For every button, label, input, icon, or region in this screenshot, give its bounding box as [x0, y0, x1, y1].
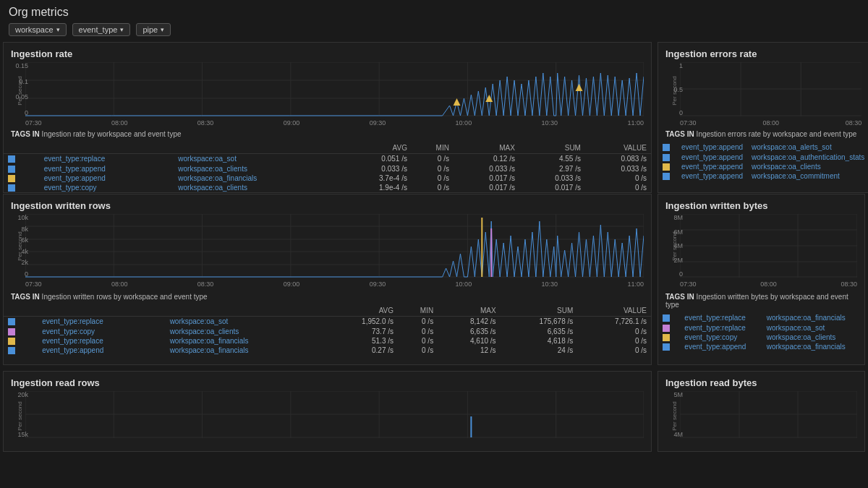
x-tick: 08:30 [846, 119, 862, 127]
legend-row: event_type:append workspace:oa_financial… [4, 346, 651, 355]
legend-row: event_type:copy workspace:oa_clients 73.… [4, 326, 651, 335]
y-axis-label: Per second [17, 401, 23, 430]
legend-row: event_type:copy workspace:oa_clients 1.9… [4, 183, 651, 192]
legend-row: event_type:append workspace:oa_clients 0… [4, 163, 651, 173]
y-tick: 0.15 [8, 62, 28, 69]
tags-header: TAGS IN Ingestion rate by workspace and … [4, 127, 651, 140]
x-tick: 08:00 [760, 281, 777, 288]
filter-bar: workspace event_type pipe [9, 23, 859, 36]
row2: Ingestion written rows 10k 8k 6k 4k 2k 0… [0, 191, 868, 368]
legend-row: event_type:copy workspace:oa_clients [658, 333, 864, 342]
event-type-filter[interactable]: event_type [72, 23, 131, 36]
workspace-filter[interactable]: workspace [9, 23, 67, 36]
color-swatch [663, 325, 670, 332]
x-tick: 07:30 [680, 281, 697, 288]
legend-row: event_type:replace workspace:oa_financia… [658, 313, 864, 322]
y-tick: 8M [663, 214, 683, 221]
ingestion-rate-panel: Ingestion rate 0.15 0.1 0.05 0 Per secon… [3, 42, 652, 193]
tags-header-written-bytes: TAGS IN Ingestion written bytes by works… [658, 290, 864, 310]
ingestion-written-rows-chart [25, 214, 644, 278]
color-swatch [663, 154, 670, 161]
ingestion-read-bytes-panel: Ingestion read bytes 5M 4M Per second [658, 371, 865, 452]
color-swatch [8, 338, 15, 345]
x-tick: 08:00 [111, 119, 128, 127]
y-axis-label: Per second [17, 76, 23, 105]
color-swatch [663, 314, 670, 322]
row1: Ingestion rate 0.15 0.1 0.05 0 Per secon… [0, 39, 868, 191]
svg-marker-12 [454, 98, 461, 106]
ingestion-rate-title: Ingestion rate [4, 48, 651, 62]
y-tick: 5M [663, 391, 683, 398]
ingestion-written-bytes-panel: Ingestion written bytes 8M 6M 4M 2M 0 Pe… [658, 194, 865, 365]
x-tick: 11:00 [627, 281, 644, 288]
y-tick: 0 [8, 109, 28, 116]
y-tick: 0 [663, 270, 683, 278]
color-swatch [8, 328, 15, 335]
y-tick: 4M [663, 431, 683, 438]
x-tick: 10:30 [542, 119, 558, 127]
x-tick: 10:00 [456, 119, 472, 127]
color-swatch [663, 173, 670, 180]
color-swatch [8, 155, 15, 163]
color-swatch [8, 184, 15, 192]
ingestion-written-rows-legend: AVG MIN MAX SUM VALUE event_type:replace… [4, 305, 651, 355]
x-tick: 08:30 [197, 281, 214, 288]
y-axis-label: Per second [17, 231, 23, 260]
color-swatch [8, 318, 15, 325]
ingestion-read-bytes-title: Ingestion read bytes [658, 377, 864, 391]
x-tick: 09:00 [284, 119, 300, 127]
ingestion-written-bytes-legend: event_type:replace workspace:oa_financia… [658, 313, 864, 351]
color-swatch [8, 347, 15, 354]
x-tick: 07:30 [680, 119, 697, 127]
svg-marker-14 [576, 84, 583, 91]
ingestion-rate-chart [25, 62, 644, 116]
color-swatch [663, 334, 670, 341]
x-tick: 07:30 [25, 119, 42, 127]
x-tick: 08:00 [762, 119, 779, 127]
legend-row: event_type:append workspace:oa_authentic… [658, 152, 868, 161]
legend-row: event_type:append workspace:oa_financial… [658, 342, 864, 351]
y-tick: 1 [663, 62, 683, 69]
y-axis-label: Per second [671, 231, 678, 260]
y-tick: 15k [8, 431, 28, 438]
ingestion-written-rows-title: Ingestion written rows [4, 200, 651, 214]
page-title: Org metrics [9, 6, 859, 19]
x-tick: 09:00 [284, 281, 300, 288]
y-tick: 0 [8, 270, 28, 278]
color-swatch [663, 343, 670, 351]
ingestion-errors-chart [680, 62, 861, 116]
y-axis-label: Per second [671, 401, 678, 430]
tags-header-written-rows: TAGS IN Ingestion written rows by worksp… [4, 290, 651, 302]
x-tick: 10:00 [456, 281, 472, 288]
pipe-filter[interactable]: pipe [136, 23, 171, 36]
x-tick: 11:00 [627, 119, 644, 127]
x-tick: 07:30 [25, 281, 42, 288]
legend-row: event_type:append workspace:oa_commitmen… [658, 171, 868, 181]
legend-row: event_type:replace workspace:oa_sot 1,95… [4, 317, 651, 327]
ingestion-errors-title: Ingestion errors rate [658, 48, 868, 62]
x-tick: 08:30 [841, 281, 857, 288]
x-tick: 09:30 [370, 119, 386, 127]
ingestion-errors-rate-panel: Ingestion errors rate 1 0.5 0 Per second [658, 42, 868, 193]
app-layout: Org metrics workspace event_type pipe In… [0, 0, 868, 488]
ingestion-errors-legend: event_type:append workspace:oa_alerts_so… [658, 142, 868, 181]
legend-row: event_type:replace workspace:oa_sot [658, 322, 864, 332]
ingestion-read-rows-panel: Ingestion read rows 20k 15k Per second [3, 371, 652, 452]
ingestion-written-rows-panel: Ingestion written rows 10k 8k 6k 4k 2k 0… [3, 194, 652, 365]
legend-row: event_type:append workspace:oa_alerts_so… [658, 142, 868, 152]
y-tick: 0 [663, 109, 683, 116]
y-tick: 10k [8, 214, 28, 221]
legend-row: event_type:replace workspace:oa_financia… [4, 336, 651, 346]
ingestion-read-rows-title: Ingestion read rows [4, 377, 651, 391]
color-swatch [663, 163, 670, 171]
ingestion-read-rows-chart [25, 391, 644, 438]
y-tick: 20k [8, 391, 28, 398]
y-axis-label: Per second [671, 76, 678, 105]
ingestion-written-bytes-title: Ingestion written bytes [658, 200, 864, 214]
color-swatch [663, 144, 670, 151]
row3: Ingestion read rows 20k 15k Per second [0, 368, 868, 455]
x-tick: 08:00 [111, 281, 128, 288]
legend-row: event_type:replace workspace:oa_sot 0.05… [4, 154, 651, 164]
x-tick: 08:30 [197, 119, 214, 127]
tags-header-errors: TAGS IN Ingestion errors rate by workspa… [658, 127, 868, 140]
